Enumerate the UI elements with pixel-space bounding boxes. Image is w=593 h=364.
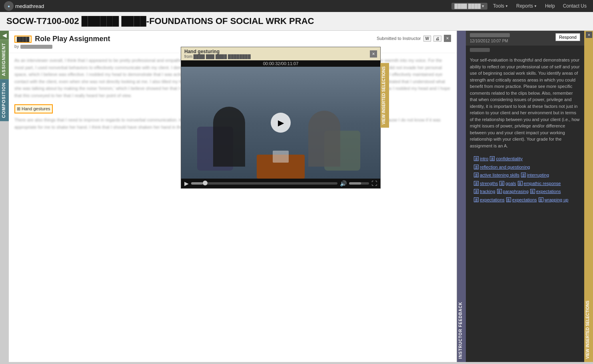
tag-icon: ⊞ — [474, 181, 479, 186]
instructor-panel: × 12/10/2012 10:07 PM Respond Your self-… — [466, 31, 584, 362]
tag-link-expectations[interactable]: ⊞expectations — [474, 197, 505, 203]
help-link[interactable]: Help — [543, 3, 557, 9]
tag-icon: ⊞ — [499, 181, 504, 186]
tag-icon: ⊞ — [539, 197, 543, 202]
title-blur-badge: ████ — [14, 36, 32, 43]
highlight-icon: ⊞ — [17, 106, 20, 111]
topbar: ● mediathread ████ ████ ▾ Tools ▼ Report… — [0, 0, 593, 12]
view-inserted-tab[interactable]: VIEW INSERTED SELECTIONS — [380, 63, 389, 128]
mute-btn[interactable]: 🔊 — [340, 180, 347, 187]
logo-text: mediathread — [15, 3, 44, 9]
tag-link-confidentiality[interactable]: ⊞confidentiality — [490, 155, 523, 162]
instructor-text: Your self-evaluation is thoughtful and d… — [470, 57, 580, 149]
center-panel: ████ Role Play Assignment by Submitted t… — [9, 31, 457, 362]
instructor-header: 12/10/2012 10:07 PM Respond — [466, 31, 584, 46]
reports-arrow: ▼ — [534, 4, 537, 8]
progress-thumb[interactable] — [203, 181, 208, 185]
tab-assignment[interactable]: ASSIGNMENT — [0, 40, 9, 79]
word-export-btn[interactable]: W — [423, 36, 431, 42]
video-popup: Hand gesturing from ████ ███ ████ ██████… — [181, 47, 381, 189]
tab-composition[interactable]: COMPOSITION — [0, 79, 9, 121]
tag-link-paraphrasing[interactable]: ⊞paraphrasing — [497, 188, 529, 195]
tools-arrow: ▼ — [505, 4, 508, 8]
tab-view-inserted-right[interactable]: VIEW INSERTED SELECTIONS — [584, 31, 593, 362]
video-subtitle: from ████ ███ ████ ████████ — [184, 54, 251, 59]
reports-menu[interactable]: Reports ▼ — [514, 3, 539, 9]
tag-link-tracking[interactable]: ⊞tracking — [474, 188, 495, 195]
tag-link-interrupting[interactable]: ⊞interrupting — [521, 172, 549, 179]
right-panel: INSTRUCTOR FEEDBACK × 12/10/2012 10:07 P… — [457, 31, 593, 362]
progress-fill — [191, 182, 203, 185]
left-sidebar-tabs: ◀ ASSIGNMENT COMPOSITION — [0, 31, 9, 362]
play-ctrl-btn[interactable]: ▶ — [184, 180, 189, 187]
tag-link-expectations[interactable]: ⊞expectations — [530, 188, 561, 195]
instructor-user-blur — [470, 48, 490, 52]
tissue-box — [273, 151, 289, 163]
assignment-title: ████ Role Play Assignment — [14, 35, 110, 43]
tag-icon: ⊞ — [474, 165, 479, 169]
tools-menu[interactable]: Tools ▼ — [491, 3, 511, 9]
close-assignment-btn[interactable]: × — [444, 35, 451, 42]
video-popup-header: Hand gesturing from ████ ███ ████ ██████… — [181, 47, 380, 60]
tag-icon: ⊞ — [474, 189, 479, 194]
tab-instructor-feedback[interactable]: INSTRUCTOR FEEDBACK — [457, 31, 466, 362]
video-title: Hand gesturing — [184, 49, 251, 54]
logo-icon: ● — [4, 1, 14, 11]
tag-link-active-listening-skills[interactable]: ⊞active listening skills — [474, 172, 519, 179]
user-name: ████ ████ ▾ — [455, 4, 484, 8]
tag-icon: ⊞ — [530, 189, 535, 194]
tag-link-intro[interactable]: ⊞intro — [474, 155, 488, 162]
tag-icon: ⊞ — [497, 189, 502, 194]
tag-link-reflection-and-questioning[interactable]: ⊞reflection and questioning — [474, 164, 530, 171]
assignment-title-area: ████ Role Play Assignment by — [14, 35, 110, 49]
video-controls: ▶ 🔊 ⛶ — [181, 179, 380, 188]
progress-bar[interactable] — [191, 182, 337, 185]
instructor-body: Your self-evaluation is thoughtful and d… — [466, 54, 584, 362]
respond-btn[interactable]: Respond — [555, 33, 580, 41]
instructor-date: 12/10/2012 10:07 PM — [470, 39, 510, 43]
close-video-btn[interactable]: × — [370, 50, 377, 58]
figure-left — [213, 107, 245, 167]
print-btn[interactable]: 🖨 — [433, 36, 441, 42]
main-container: ◀ ASSIGNMENT COMPOSITION ████ Role Play … — [0, 31, 593, 362]
video-area[interactable]: ▶ — [181, 67, 380, 179]
fullscreen-btn[interactable]: ⛶ — [371, 180, 377, 187]
sidebar-toggle-arrow[interactable]: ◀ — [0, 31, 9, 40]
tag-link-goals[interactable]: ⊞goals — [499, 180, 516, 187]
submitted-area: Submitted to Instructor W 🖨 × — [377, 35, 451, 42]
figure-right — [308, 111, 340, 167]
tag-icon: ⊞ — [490, 156, 495, 161]
contact-link[interactable]: Contact Us — [561, 3, 589, 9]
tag-link-wrapping-up[interactable]: ⊞wrapping up — [539, 197, 569, 203]
close-right-panel-btn[interactable]: × — [586, 32, 592, 38]
page-title: SOCW-T7100-002 ██████ ████-FOUNDATIONS O… — [0, 12, 593, 31]
author-line: by — [14, 44, 110, 49]
tag-icon: ⊞ — [474, 173, 479, 177]
user-menu[interactable]: ████ ████ ▾ — [451, 3, 487, 10]
instructor-name-blur — [470, 33, 510, 37]
tag-icon: ⊞ — [521, 173, 526, 177]
tag-icon: ⊞ — [506, 197, 511, 202]
highlight-hand-gestures: ⊞ Hand gestures — [14, 104, 53, 114]
tag-icon: ⊞ — [474, 156, 479, 161]
logo: ● mediathread — [4, 1, 44, 11]
tag-icon: ⊞ — [474, 197, 479, 202]
tag-link-strengths[interactable]: ⊞strengths — [474, 180, 498, 187]
tag-link-expectations[interactable]: ⊞expectations — [506, 197, 537, 203]
tag-link-empathic-response[interactable]: ⊞empathic response — [518, 180, 561, 187]
volume-bar[interactable] — [349, 182, 369, 185]
tag-icon: ⊞ — [518, 181, 523, 186]
video-timestamp: 00:00:32/00:11:07 — [181, 60, 380, 67]
author-blur — [20, 45, 52, 49]
tag-links: ⊞intro⊞confidentiality⊞reflection and qu… — [470, 152, 580, 206]
play-button[interactable]: ▶ — [271, 113, 291, 133]
volume-fill — [349, 182, 361, 185]
